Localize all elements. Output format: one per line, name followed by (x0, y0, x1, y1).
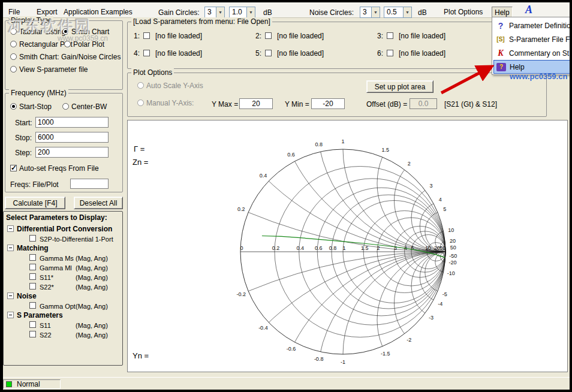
radio-icon[interactable] (10, 53, 17, 60)
tree-item-s22[interactable]: S22 (Mag, Ang) (4, 330, 122, 339)
noise-circles-count-combobox[interactable]: 3▼ (360, 7, 380, 18)
noise-circles-step-combobox[interactable]: 0.5▼ (384, 7, 412, 18)
stop-field[interactable] (35, 132, 109, 143)
radio-icon[interactable] (10, 28, 17, 35)
checkbox-icon[interactable] (29, 254, 36, 261)
checkbox-icon[interactable] (29, 331, 36, 337)
tree-item-s22-conj[interactable]: S22* (Mag, Ang) (4, 282, 122, 291)
slot-number: 3: (377, 32, 383, 40)
help-menu-item-s-parameter-file[interactable]: [S] S-Parameter File F (493, 32, 572, 46)
radio-icon[interactable] (137, 99, 144, 106)
radio-smith-gain-noise-circles[interactable]: Smith Chart: Gain/Noise Circles (10, 52, 121, 61)
annotation-arrow (420, 57, 510, 102)
tree-item-gamma-ms[interactable]: Gamma Ms (Mag, Ang) (4, 254, 122, 263)
radio-tabular-listing[interactable]: Tabular Listing (10, 27, 65, 36)
deselect-all-button[interactable]: Deselect All (74, 197, 123, 209)
svg-text:10: 10 (425, 245, 431, 251)
freqs-file-plot-label: Freqs: File/Plot (10, 180, 59, 189)
tree-item-s11[interactable]: S11 (Mag, Ang) (4, 321, 122, 330)
gain-circles-step-combobox[interactable]: 1.0▼ (229, 7, 255, 18)
tree-group-noise[interactable]: Noise (4, 292, 122, 301)
tree-item-s11-conj[interactable]: S11* (Mag, Ang) (4, 273, 122, 282)
ymin-field[interactable] (311, 98, 345, 109)
radio-icon[interactable] (62, 103, 69, 110)
window-border-right (570, 0, 572, 392)
collapse-minus-icon[interactable] (7, 245, 14, 251)
group-title: Display Type (9, 16, 53, 25)
radio-icon[interactable] (10, 41, 17, 47)
menu-item-help[interactable]: Help (492, 7, 513, 17)
radio-icon[interactable] (64, 41, 71, 47)
slot-checkbox[interactable] (387, 50, 393, 56)
radio-label: Start-Stop (19, 102, 52, 111)
slot-number: 2: (255, 32, 261, 40)
gain-circles-count-combobox[interactable]: 3▼ (204, 7, 225, 18)
readout-yn: Yn = (133, 351, 149, 360)
checkbox-icon[interactable] (29, 302, 36, 309)
slot-checkbox[interactable] (143, 32, 150, 39)
radio-view-s-parameter-file[interactable]: View S-parameter file (10, 65, 88, 74)
checkbox-icon[interactable] (10, 165, 17, 171)
svg-text:-1.5: -1.5 (381, 351, 390, 357)
autoset-freqs-checkbox[interactable]: Auto-set Freqs From File (10, 164, 99, 173)
tree-group-matching[interactable]: Matching (4, 244, 122, 253)
radio-icon[interactable] (62, 28, 69, 35)
step-field[interactable] (35, 147, 109, 158)
chevron-down-icon[interactable]: ▼ (246, 7, 255, 18)
freqs-file-plot-field[interactable] (70, 179, 109, 189)
auto-scale-radio[interactable]: Auto Scale Y-Axis (137, 81, 203, 90)
radio-polar-plot[interactable]: Polar Plot (64, 40, 104, 49)
svg-text:-0.8: -0.8 (314, 356, 324, 362)
start-field[interactable] (35, 117, 109, 128)
tree-group-differential-port-conversion[interactable]: Differential Port Conversion (4, 225, 122, 234)
radio-smith-chart[interactable]: Smith Chart (62, 27, 109, 36)
radio-label: Smith Chart: Gain/Noise Circles (19, 53, 121, 61)
slot-status: [no file loaded] (155, 32, 202, 40)
radio-icon[interactable] (10, 103, 17, 110)
combo-value: 1.0 (229, 7, 246, 18)
radio-icon[interactable] (137, 82, 144, 89)
manual-yaxis-radio[interactable]: Manual Y-Axis: (137, 98, 194, 107)
menu-bar: File Export Application Examples Gain Ci… (3, 2, 570, 18)
slot-checkbox[interactable] (387, 32, 393, 39)
menu-item-application-examples[interactable]: Application Examples (61, 7, 135, 17)
slot-checkbox[interactable] (143, 50, 150, 56)
svg-text:-10: -10 (447, 270, 455, 276)
collapse-minus-icon[interactable] (7, 225, 14, 232)
checkbox-icon[interactable] (29, 235, 36, 242)
window-border-top (0, 0, 572, 2)
checkbox-icon[interactable] (29, 321, 36, 328)
tree-item-gamma-ml[interactable]: Gamma Ml (Mag, Ang) (4, 263, 122, 272)
radio-center-bw[interactable]: Center-BW (62, 102, 107, 111)
chevron-down-icon[interactable]: ▼ (403, 7, 412, 18)
calculate-button[interactable]: Calculate [F4] (5, 197, 65, 209)
collapse-minus-icon[interactable] (7, 312, 14, 318)
svg-text:1: 1 (342, 245, 345, 251)
chevron-down-icon[interactable]: ▼ (371, 7, 380, 18)
radio-icon[interactable] (10, 66, 17, 73)
slot-checkbox[interactable] (265, 50, 272, 56)
slot-checkbox[interactable] (265, 32, 272, 39)
svg-text:0.2: 0.2 (237, 206, 245, 212)
tree-group-s-parameters[interactable]: S Parameters (4, 311, 122, 320)
chevron-down-icon[interactable]: ▼ (216, 7, 225, 18)
tree-item-s2p-to-differential[interactable]: S2P-to-Differential 1-Port (4, 234, 122, 243)
checkbox-icon[interactable] (29, 264, 36, 270)
tree-item-gamma-opt[interactable]: Gamma Opt (Mag, Ang) (4, 301, 122, 310)
svg-text:0.4: 0.4 (260, 173, 267, 179)
svg-text:4: 4 (439, 197, 442, 203)
noise-db-label: dB (418, 8, 427, 17)
status-cell: Normal (3, 379, 61, 389)
radio-rectangular-plot[interactable]: Rectangular Plot (10, 40, 73, 49)
checkbox-icon[interactable] (29, 273, 36, 280)
help-menu-item-parameter-definitions[interactable]: ? Parameter Definitio (493, 19, 572, 32)
svg-text:0.8: 0.8 (329, 245, 337, 251)
menu-item-plot-options[interactable]: Plot Options (441, 7, 485, 17)
gain-circles-label: Gain Circles: (158, 8, 200, 17)
ymax-field[interactable] (239, 98, 273, 109)
radio-start-stop[interactable]: Start-Stop (10, 102, 52, 111)
svg-text:3: 3 (394, 245, 397, 251)
collapse-minus-icon[interactable] (7, 293, 14, 299)
checkbox-icon[interactable] (29, 283, 36, 290)
application-window: File Export Application Examples Gain Ci… (0, 0, 572, 392)
